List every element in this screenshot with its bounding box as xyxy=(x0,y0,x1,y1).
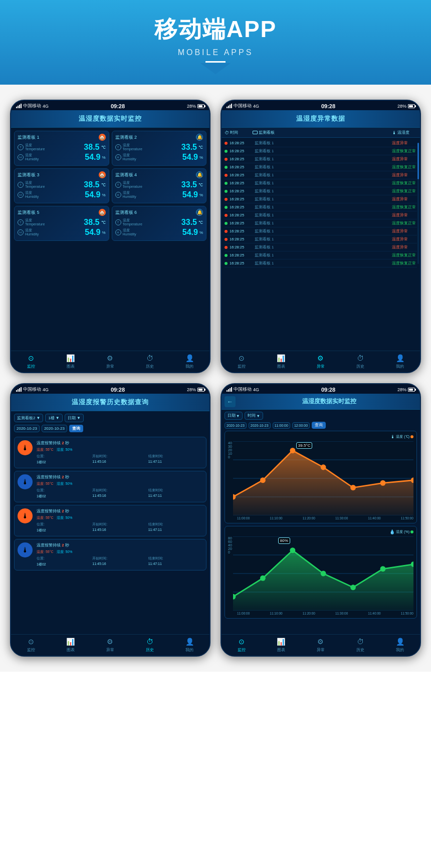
nav-anomaly-1[interactable]: ⚙ 异常 xyxy=(106,354,115,369)
temp-legend-item: 🌡 温度 (℃) xyxy=(390,434,413,439)
svg-point-11 xyxy=(380,480,385,486)
anomaly-status: 温度恢复正常 xyxy=(392,165,417,170)
history-details: 位置: 开始时间: 结束时间: 1楼02 11:45:16 11:47:11 xyxy=(37,488,203,499)
temp-label: 温度 xyxy=(123,143,142,147)
history-icon-nav-4: ⏱ xyxy=(356,637,365,646)
temp-row: T 温度 Temperature 33.5 ℃ xyxy=(115,143,203,152)
humidity-value: 54.9 xyxy=(85,190,100,199)
monitor-card: 监测看板 5 🏠 T 温度 Temperature 38.5 ℃ H 湿度 Hu… xyxy=(14,206,109,241)
battery-icon-1 xyxy=(197,104,204,108)
anomaly-status: 温度恢复正常 xyxy=(392,205,417,210)
nav-history-1[interactable]: ⏱ 历史 xyxy=(145,354,154,369)
location-label: 位置: xyxy=(37,522,91,527)
temp-label: 温度 xyxy=(25,218,45,222)
location-label: 位置: xyxy=(37,488,91,493)
nav-history-2[interactable]: ⏱ 历史 xyxy=(356,354,365,369)
phone-anomaly: 中国移动 4G 09:28 28% 温湿度异常数据 ⏱ 时间 xyxy=(221,100,421,373)
chart-date-end[interactable]: 2020-10-23 xyxy=(249,422,271,429)
nav-anomaly-4[interactable]: ⚙ 异常 xyxy=(316,637,325,653)
header-title-en: MOBILE APPS xyxy=(0,48,431,57)
anomaly-panel: 监测看板 1 xyxy=(255,165,390,170)
nav-monitor-3[interactable]: ⊙ 监控 xyxy=(27,637,36,653)
time-4: 09:28 xyxy=(321,387,335,393)
humidity-value: 54.9 xyxy=(182,190,198,199)
anomaly-time: 16:28:25 xyxy=(230,205,253,209)
nav-profile-4[interactable]: 👤 我的 xyxy=(395,637,404,653)
profile-icon-nav-4: 👤 xyxy=(395,637,404,646)
anomaly-time: 16:28:25 xyxy=(230,245,253,249)
anomaly-time: 16:28:25 xyxy=(230,237,253,241)
nav-chart-1[interactable]: 📊 图表 xyxy=(66,354,75,369)
humidity-y-labels: 80 60 40 20 0 xyxy=(228,536,232,554)
nav-monitor-1[interactable]: ⊙ 监控 xyxy=(27,354,36,369)
temp-label-en: Temperature xyxy=(123,222,142,226)
date-start-input[interactable]: 2020-10-23 xyxy=(14,425,40,432)
nav-anomaly-3[interactable]: ⚙ 异常 xyxy=(106,637,115,653)
nav-monitor-4[interactable]: ⊙ 监控 xyxy=(237,637,246,653)
status-dot xyxy=(225,254,228,257)
time-clock-icon: ⏱ xyxy=(225,130,229,135)
monitor-status-icon: 🏠 xyxy=(99,209,106,216)
temp-label: 温度 xyxy=(123,181,142,185)
history-temp: 温度: 55°C xyxy=(37,515,54,520)
nav-anomaly-2[interactable]: ⚙ 异常 xyxy=(316,354,325,369)
chart-filter-row1: 日期 ▼ 时间 ▼ xyxy=(225,412,417,420)
temp-label: 温度 xyxy=(25,181,45,185)
date-filter-btn[interactable]: 日期 ▼ xyxy=(225,412,243,420)
start-label: 开始时间: xyxy=(92,488,147,493)
chart-time-end[interactable]: 12:00:00 xyxy=(292,422,310,429)
status-dot xyxy=(225,198,228,201)
profile-icon-nav-3: 👤 xyxy=(185,637,194,646)
location-filter[interactable]: 1楼 ▼ xyxy=(45,414,62,422)
humidity-row: H 湿度 Humidity 54.9 % xyxy=(115,190,203,199)
nav-profile-3[interactable]: 👤 我的 xyxy=(185,637,194,653)
nav-label-chart-1: 图表 xyxy=(67,364,75,369)
nav-monitor-2[interactable]: ⊙ 监控 xyxy=(237,354,246,369)
svg-point-10 xyxy=(350,485,356,490)
anomaly-time: 16:28:25 xyxy=(230,253,253,257)
nav-profile-2[interactable]: 👤 我的 xyxy=(395,354,404,369)
anomaly-icon-nav-2: ⚙ xyxy=(316,354,325,363)
phone3-screen: 温湿度报警历史数据查询 监测看板2 ▼ 1楼 ▼ 日期 ▼ 2020-10-23… xyxy=(11,394,209,634)
humidity-peak-label: 80% xyxy=(278,537,290,544)
humidity-icon: H xyxy=(115,229,121,235)
status-bar-2: 中国移动 4G 09:28 28% xyxy=(222,101,420,110)
chevron-down-icon-4: ▼ xyxy=(256,414,260,418)
humidity-label-en: Humidity xyxy=(123,232,136,236)
history-duration: 2 xyxy=(62,441,64,445)
temp-unit: ℃ xyxy=(198,183,203,187)
temp-svg-container: 39.5°C xyxy=(233,441,413,515)
monitor-card-name: 监测看板 1 xyxy=(18,134,40,141)
alarm-icon: 🌡 xyxy=(18,508,33,523)
chart-query-btn[interactable]: 查询 xyxy=(312,422,326,429)
chart-date-start[interactable]: 2020-10-23 xyxy=(225,422,247,429)
back-button[interactable]: ← xyxy=(225,396,236,407)
nav-chart-3[interactable]: 📊 图表 xyxy=(66,637,75,653)
status-dot xyxy=(225,158,228,161)
monitor-card-name: 监测看板 2 xyxy=(115,134,137,141)
panel-filter[interactable]: 监测看板2 ▼ xyxy=(14,414,43,422)
status-dot xyxy=(225,150,228,153)
anomaly-time: 16:28:25 xyxy=(230,141,253,145)
history-temp: 温度: 55°C xyxy=(37,447,54,452)
battery-2: 28% xyxy=(397,104,406,109)
anomaly-panel: 监测看板 1 xyxy=(255,189,390,194)
scroll-indicator[interactable] xyxy=(417,143,419,264)
nav-profile-1[interactable]: 👤 我的 xyxy=(185,354,194,369)
anomaly-status: 温度恢复正常 xyxy=(392,221,417,226)
query-button-3[interactable]: 查询 xyxy=(69,425,83,432)
nav-history-3[interactable]: ⏱ 历史 xyxy=(145,637,154,653)
time-filter-btn[interactable]: 时间 ▼ xyxy=(245,412,263,420)
chart-time-start[interactable]: 11:00:00 xyxy=(273,422,290,429)
network-3: 4G xyxy=(43,387,49,392)
anomaly-panel: 监测看板 1 xyxy=(255,213,390,218)
time-1: 09:28 xyxy=(111,103,125,109)
anomaly-time: 16:28:25 xyxy=(230,165,253,169)
date-end-input[interactable]: 2020-10-23 xyxy=(42,425,67,432)
nav-chart-2[interactable]: 📊 图表 xyxy=(277,354,286,369)
humidity-row: H 湿度 Humidity 54.9 % xyxy=(18,190,106,199)
anomaly-row: 16:28:25 监测看板 1 温度异常 xyxy=(225,227,417,235)
end-value: 11:47:11 xyxy=(148,528,203,533)
nav-history-4[interactable]: ⏱ 历史 xyxy=(356,637,365,653)
nav-chart-4[interactable]: 📊 图表 xyxy=(277,637,286,653)
